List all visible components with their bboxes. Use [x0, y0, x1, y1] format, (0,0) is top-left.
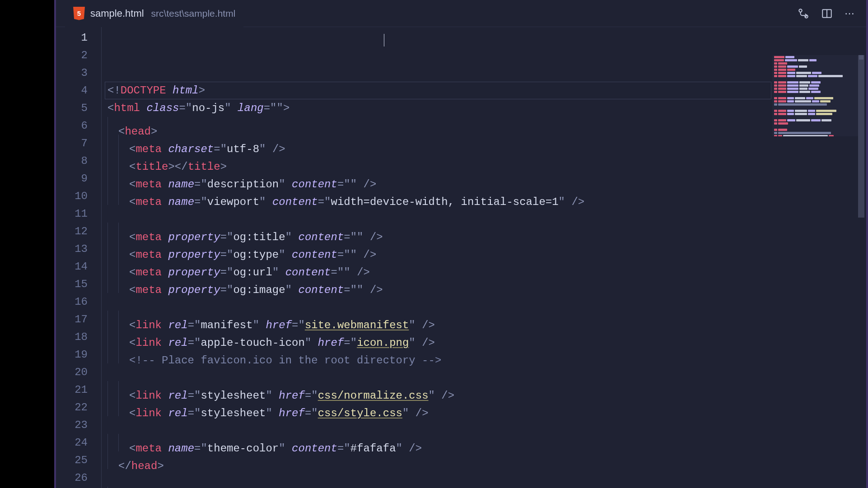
- code-editor[interactable]: 1234567891011121314151617181920212223242…: [56, 27, 866, 488]
- line-number[interactable]: 25: [56, 451, 88, 469]
- line-number[interactable]: 12: [56, 223, 88, 240]
- line-number[interactable]: 4: [56, 82, 88, 99]
- code-line[interactable]: <html class="no-js" lang="">: [107, 99, 866, 117]
- code-line[interactable]: <meta property="og:title" content="" />: [107, 223, 866, 240]
- line-number-gutter[interactable]: 1234567891011121314151617181920212223242…: [56, 27, 101, 488]
- line-number[interactable]: 2: [56, 46, 88, 64]
- code-line[interactable]: <title></title>: [107, 152, 866, 170]
- line-number[interactable]: 19: [56, 346, 88, 363]
- tab-bar: 5 sample.html src\test\sample.html ⋯: [56, 0, 866, 27]
- code-line[interactable]: <meta name="theme-color" content="#fafaf…: [107, 434, 866, 451]
- line-number[interactable]: 8: [56, 152, 88, 170]
- line-number[interactable]: 13: [56, 240, 88, 258]
- code-line[interactable]: <meta property="og:type" content="" />: [107, 240, 866, 258]
- minimap[interactable]: [772, 55, 858, 136]
- code-line[interactable]: <link rel="manifest" href="site.webmanif…: [107, 311, 866, 328]
- line-number[interactable]: 20: [56, 363, 88, 381]
- compare-changes-icon[interactable]: [798, 8, 809, 19]
- code-line[interactable]: [107, 205, 866, 223]
- code-line[interactable]: <meta charset="utf-8" />: [107, 135, 866, 152]
- code-line[interactable]: <link rel="apple-touch-icon" href="icon.…: [107, 328, 866, 346]
- line-number[interactable]: 15: [56, 275, 88, 293]
- text-cursor: [384, 34, 384, 46]
- code-line[interactable]: <meta name="viewport" content="width=dev…: [107, 187, 866, 205]
- editor-tab-sample[interactable]: 5 sample.html src\test\sample.html: [65, 0, 243, 27]
- line-number[interactable]: 23: [56, 416, 88, 434]
- line-number[interactable]: 24: [56, 434, 88, 451]
- code-line[interactable]: <head>: [107, 117, 866, 135]
- line-number[interactable]: 16: [56, 293, 88, 311]
- code-line[interactable]: </head>: [107, 451, 866, 469]
- line-number[interactable]: 14: [56, 258, 88, 275]
- line-number[interactable]: 9: [56, 170, 88, 187]
- code-line[interactable]: [107, 293, 866, 311]
- code-line[interactable]: <!-- Place favicon.ico in the root direc…: [107, 346, 866, 363]
- code-line[interactable]: <link rel="stylesheet" href="css/normali…: [107, 381, 866, 399]
- editor-frame: 5 sample.html src\test\sample.html ⋯ 123…: [54, 0, 868, 488]
- svg-point-0: [799, 9, 802, 12]
- code-line[interactable]: <meta name="description" content="" />: [107, 170, 866, 187]
- tab-filepath: src\test\sample.html: [151, 8, 236, 19]
- code-line[interactable]: [107, 469, 866, 487]
- tab-filename: sample.html: [90, 8, 144, 19]
- more-actions-icon[interactable]: ⋯: [845, 8, 856, 19]
- code-content[interactable]: <!DOCTYPE html><html class="no-js" lang=…: [101, 27, 866, 488]
- line-number[interactable]: 18: [56, 328, 88, 346]
- line-number[interactable]: 10: [56, 187, 88, 205]
- tab-actions: ⋯: [798, 8, 866, 19]
- code-line[interactable]: [107, 416, 866, 434]
- vertical-scrollbar[interactable]: [858, 55, 864, 486]
- line-number[interactable]: 11: [56, 205, 88, 223]
- line-number[interactable]: 3: [56, 64, 88, 82]
- line-number[interactable]: 5: [56, 99, 88, 117]
- line-number[interactable]: 26: [56, 469, 88, 487]
- split-editor-icon[interactable]: [821, 8, 833, 19]
- code-line[interactable]: [107, 363, 866, 381]
- code-line[interactable]: <meta property="og:image" content="" />: [107, 275, 866, 293]
- line-number[interactable]: 7: [56, 135, 88, 152]
- code-line[interactable]: <meta property="og:url" content="" />: [107, 258, 866, 275]
- line-number[interactable]: 6: [56, 117, 88, 135]
- scroll-thumb[interactable]: [858, 55, 864, 218]
- code-line[interactable]: <link rel="stylesheet" href="css/style.c…: [107, 399, 866, 416]
- line-number[interactable]: 17: [56, 311, 88, 328]
- html5-icon: 5: [73, 7, 85, 20]
- code-line[interactable]: <!DOCTYPE html>: [107, 82, 866, 99]
- line-number[interactable]: 1: [56, 29, 88, 46]
- line-number[interactable]: 22: [56, 399, 88, 416]
- line-number[interactable]: 21: [56, 381, 88, 399]
